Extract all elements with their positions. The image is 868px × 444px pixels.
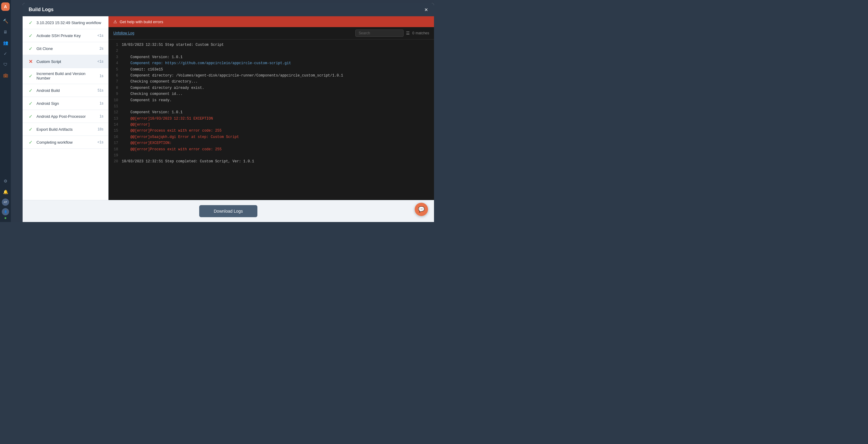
log-line: 11	[108, 103, 434, 109]
error-banner-text: Get help with build errors	[120, 20, 163, 24]
modal-footer: Download Logs	[23, 200, 434, 222]
step-duration-android-build: 51s	[98, 88, 103, 93]
match-count: 0	[412, 31, 414, 35]
log-content: 110/03/2023 12:32:51 Step started: Custo…	[108, 39, 434, 200]
sidebar-icon-shield[interactable]: 🛡	[2, 61, 9, 68]
download-logs-button[interactable]: Download Logs	[199, 205, 257, 217]
step-name-export: Export Build Artifacts	[36, 127, 95, 132]
line-text: @@[error]o5aajqkh.dgi Error at step: Cus…	[122, 134, 239, 140]
step-icon-custom: ✕	[27, 58, 33, 64]
step-item-completing[interactable]: ✓Completing workflow<1s	[23, 136, 108, 149]
search-area: ☰ 0 matches	[355, 30, 429, 37]
log-line: 13 @@[error]10/03/2023 12:32:51 EXCEPTIO…	[108, 116, 434, 122]
step-duration-android-sign: 1s	[99, 101, 103, 105]
step-icon-android-sign: ✓	[27, 100, 33, 106]
step-icon-completing: ✓	[27, 139, 33, 145]
log-line: 9 Checking component id...	[108, 91, 434, 97]
line-number: 12	[112, 109, 122, 115]
line-number: 3	[112, 54, 122, 60]
sidebar: A 🔨 🖥 👥 ✓ 🛡 💼 ⚙ 🔔 AT 👤	[0, 0, 11, 222]
line-number: 1	[112, 42, 122, 48]
sidebar-icon-hammer[interactable]: 🔨	[2, 18, 9, 25]
modal-close-button[interactable]: ×	[424, 7, 428, 13]
line-number: 8	[112, 85, 122, 91]
line-number: 10	[112, 97, 122, 103]
line-number: 18	[112, 147, 122, 152]
sidebar-icon-monitor[interactable]: 🖥	[2, 28, 9, 36]
line-number: 13	[112, 116, 122, 122]
log-line: 2	[108, 48, 434, 54]
step-name-increment: Increment Build and Version Number	[36, 71, 96, 81]
log-line: 19	[108, 152, 434, 158]
step-name-start: 3.10.2023 15:32:49 Starting workflow	[36, 21, 103, 25]
line-number: 14	[112, 122, 122, 128]
line-text: 10/03/2023 12:32:51 Step started: Custom…	[122, 42, 224, 48]
line-number: 9	[112, 91, 122, 97]
warning-icon: ⚠	[113, 19, 117, 24]
step-item-custom[interactable]: ✕Custom Script<1s	[23, 55, 108, 68]
modal-title: Build Logs	[29, 7, 54, 12]
modal-body: ✓3.10.2023 15:32:49 Starting workflow✓Ac…	[23, 16, 434, 200]
log-line: 15 @@[error]Process exit with error code…	[108, 128, 434, 134]
step-item-start[interactable]: ✓3.10.2023 15:32:49 Starting workflow	[23, 16, 108, 29]
step-item-android-sign[interactable]: ✓Android Sign1s	[23, 97, 108, 110]
unfollow-log-button[interactable]: Unfollow Log	[113, 31, 134, 35]
line-text: Component repo: https://github.com/appci…	[122, 60, 291, 66]
step-icon-git: ✓	[27, 45, 33, 52]
step-item-ssh[interactable]: ✓Activate SSH Private Key<1s	[23, 29, 108, 42]
step-item-increment[interactable]: ✓Increment Build and Version Number1s	[23, 68, 108, 84]
line-text: @@[error]	[122, 122, 150, 128]
step-item-git[interactable]: ✓Git Clone2s	[23, 42, 108, 55]
step-name-android-sign: Android Sign	[36, 101, 96, 106]
chat-support-button[interactable]: 💬	[415, 203, 428, 216]
line-number: 5	[112, 67, 122, 72]
matches-label: matches	[415, 31, 429, 35]
line-number: 17	[112, 140, 122, 146]
line-text: @@[error]Process exit with error code: 2…	[122, 147, 221, 152]
step-icon-ssh: ✓	[27, 33, 33, 38]
step-item-android-build[interactable]: ✓Android Build51s	[23, 84, 108, 97]
log-line: 16 @@[error]o5aajqkh.dgi Error at step: …	[108, 134, 434, 140]
line-text: Component directory already exist.	[122, 85, 204, 91]
user-avatar-person[interactable]: 👤	[2, 208, 9, 215]
sidebar-icon-briefcase[interactable]: 💼	[2, 72, 9, 79]
line-text: Component directory: /Volumes/agent-disk…	[122, 72, 343, 78]
step-name-git: Git Clone	[36, 46, 96, 51]
line-number: 20	[112, 158, 122, 164]
log-line: 14 @@[error]	[108, 122, 434, 128]
line-text: Component Version: 1.0.1	[122, 54, 183, 60]
sidebar-icon-bell[interactable]: 🔔	[2, 188, 9, 195]
line-number: 4	[112, 60, 122, 66]
app-logo[interactable]: A	[1, 2, 10, 11]
step-name-custom: Custom Script	[36, 59, 94, 64]
step-icon-android-post: ✓	[27, 113, 33, 119]
log-line: 6 Component directory: /Volumes/agent-di…	[108, 72, 434, 78]
log-line: 2010/03/2023 12:32:51 Step completed: Cu…	[108, 158, 434, 164]
step-duration-android-post: 1s	[99, 114, 103, 118]
step-item-android-post[interactable]: ✓Android App Post-Processor1s	[23, 110, 108, 123]
line-text: @@[error]10/03/2023 12:32:51 EXCEPTION	[122, 116, 213, 122]
step-duration-ssh: <1s	[97, 33, 103, 38]
line-number: 15	[112, 128, 122, 134]
log-toolbar: Unfollow Log ☰ 0 matches	[108, 27, 434, 39]
line-text: Commit: c163e15	[122, 67, 163, 72]
sidebar-icon-group[interactable]: 👥	[2, 39, 9, 46]
user-avatar-at[interactable]: AT	[2, 198, 9, 206]
sidebar-icon-gear[interactable]: ⚙	[2, 178, 9, 185]
step-icon-start: ✓	[27, 20, 33, 26]
line-number: 6	[112, 72, 122, 78]
log-line: 5 Commit: c163e15	[108, 67, 434, 72]
log-line: 4 Component repo: https://github.com/app…	[108, 60, 434, 66]
line-number: 11	[112, 103, 122, 109]
step-name-ssh: Activate SSH Private Key	[36, 33, 94, 38]
log-line: 7 Checking component directory...	[108, 78, 434, 85]
step-name-completing: Completing workflow	[36, 140, 94, 145]
online-indicator	[4, 217, 6, 219]
log-search-input[interactable]	[355, 30, 404, 37]
step-duration-increment: 1s	[99, 74, 103, 78]
step-item-export[interactable]: ✓Export Build Artifacts18s	[23, 123, 108, 136]
log-line: 18 @@[error]Process exit with error code…	[108, 147, 434, 152]
sidebar-bottom: ⚙ 🔔 AT 👤	[2, 176, 9, 220]
step-duration-completing: <1s	[97, 140, 103, 144]
sidebar-icon-check[interactable]: ✓	[2, 50, 9, 57]
